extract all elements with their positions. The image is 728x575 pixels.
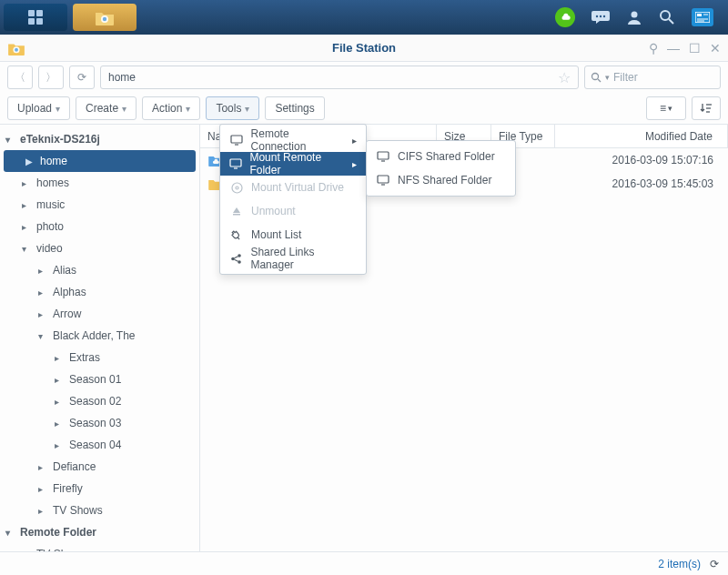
action-toolbar: Upload▾ Create▾ Action▾ Tools▾ Settings … (0, 93, 728, 125)
tree-root[interactable]: ▾eTeknix-DS216j (0, 128, 199, 150)
svg-line-34 (235, 256, 238, 257)
tree-item[interactable]: ▸Extras (0, 347, 199, 368)
favorite-icon[interactable]: ☆ (558, 69, 571, 86)
submenu-cifs[interactable]: CIFS Shared Folder (367, 145, 515, 168)
folder-tree: ▾eTeknix-DS216j ▶home▸homes▸music▸photo▾… (0, 125, 200, 552)
tree-item[interactable]: ▸Alphas (0, 281, 199, 303)
menu-mount-list[interactable]: Mount List (220, 223, 366, 247)
search-icon[interactable] (659, 9, 675, 25)
app-icon (7, 41, 25, 55)
action-button[interactable]: Action▾ (142, 96, 200, 120)
tree-item[interactable]: ▸homes (0, 172, 199, 194)
status-bar: 2 item(s) ⟳ (0, 551, 728, 575)
nav-toolbar: 〈 〉 ⟳ home ☆ ▾ Filter (0, 62, 728, 93)
svg-point-5 (103, 17, 106, 21)
widget-icon[interactable] (692, 8, 713, 26)
svg-point-6 (596, 15, 598, 17)
tree-item[interactable]: ▸Alias (0, 259, 199, 281)
user-icon[interactable] (626, 9, 642, 25)
tree-item[interactable]: ▸Season 04 (0, 434, 199, 456)
tree-item[interactable]: ▶home (4, 150, 196, 172)
tree-item[interactable]: ▸TV Shows (0, 499, 199, 521)
svg-point-32 (238, 254, 241, 257)
col-date[interactable]: Modified Date (555, 125, 728, 147)
monitor-icon (229, 158, 242, 169)
tree-remote-root[interactable]: ▾Remote Folder (0, 521, 199, 543)
svg-point-28 (232, 183, 242, 193)
svg-line-11 (669, 19, 673, 24)
monitor-icon (229, 135, 244, 146)
svg-point-18 (15, 47, 18, 51)
forward-button[interactable]: 〉 (38, 66, 64, 89)
menu-remote-connection[interactable]: Remote Connection ▸ (220, 128, 366, 152)
maximize-icon[interactable]: ☐ (689, 41, 701, 55)
svg-rect-1 (36, 10, 43, 16)
svg-rect-24 (231, 136, 242, 143)
apps-launcher[interactable] (4, 4, 67, 31)
file-station-taskbar-icon[interactable] (73, 4, 136, 31)
address-path: home (108, 71, 136, 84)
svg-rect-30 (233, 214, 240, 216)
tree-item[interactable]: ▸music (0, 194, 199, 216)
item-count: 2 item(s) (658, 558, 701, 570)
upload-button[interactable]: Upload▾ (7, 96, 70, 120)
chat-icon[interactable] (592, 9, 610, 25)
svg-point-7 (600, 15, 602, 17)
status-refresh-icon[interactable]: ⟳ (710, 558, 719, 570)
svg-point-29 (236, 187, 238, 189)
svg-rect-0 (28, 10, 35, 16)
address-bar[interactable]: home ☆ (100, 66, 579, 89)
minimize-icon[interactable]: — (667, 41, 680, 55)
pin-icon[interactable]: ⚲ (649, 41, 658, 55)
svg-rect-3 (36, 18, 43, 25)
os-taskbar (0, 0, 728, 35)
filter-input[interactable]: ▾ Filter (584, 66, 721, 89)
tree-item[interactable]: ▸Firefly (0, 478, 199, 499)
window-titlebar: File Station ⚲ — ☐ ✕ (0, 35, 728, 62)
tree-item[interactable]: ▾Black Adder, The (0, 325, 199, 347)
settings-button[interactable]: Settings (265, 96, 324, 120)
sort-button[interactable] (692, 96, 721, 120)
monitor-icon (376, 151, 390, 162)
svg-rect-38 (378, 176, 389, 183)
monitor-icon (376, 175, 390, 186)
tree-item[interactable]: ▸Defiance (0, 456, 199, 478)
svg-point-19 (592, 74, 599, 80)
tree-item[interactable]: ▾video (0, 237, 199, 259)
back-button[interactable]: 〈 (7, 66, 33, 89)
menu-unmount: Unmount (220, 199, 366, 223)
tree-item[interactable]: ▸Season 01 (0, 368, 199, 390)
mount-remote-submenu: CIFS Shared Folder NFS Shared Folder (366, 140, 516, 197)
svg-line-35 (235, 259, 238, 261)
svg-rect-36 (378, 152, 389, 159)
share-icon (229, 253, 243, 265)
svg-point-10 (661, 11, 670, 20)
svg-point-31 (231, 257, 235, 260)
svg-point-33 (238, 260, 241, 264)
tree-item[interactable]: ▸Season 02 (0, 390, 199, 412)
menu-shared-links[interactable]: Shared Links Manager (220, 247, 366, 270)
tree-item[interactable]: ▸photo (0, 216, 199, 237)
close-icon[interactable]: ✕ (710, 41, 721, 55)
svg-point-8 (603, 15, 605, 17)
menu-mount-virtual: Mount Virtual Drive (220, 176, 366, 199)
reload-button[interactable]: ⟳ (69, 66, 95, 89)
svg-rect-26 (230, 159, 241, 166)
tree-item[interactable]: ▸Arrow (0, 303, 199, 325)
plug-icon (229, 229, 244, 240)
svg-line-20 (598, 79, 601, 82)
eject-icon (229, 206, 244, 217)
submenu-nfs[interactable]: NFS Shared Folder (367, 168, 515, 192)
menu-mount-remote[interactable]: Mount Remote Folder ▸ (220, 152, 366, 176)
disc-icon (229, 182, 244, 194)
filter-placeholder: Filter (613, 71, 638, 84)
create-button[interactable]: Create▾ (76, 96, 136, 120)
tools-menu: Remote Connection ▸ Mount Remote Folder … (219, 124, 367, 275)
window-title: File Station (0, 41, 728, 55)
svg-point-9 (632, 12, 638, 18)
tree-item[interactable]: ▸Season 03 (0, 412, 199, 434)
tools-button[interactable]: Tools▾ (206, 96, 259, 120)
svg-rect-13 (697, 14, 702, 16)
cloud-status-icon[interactable] (555, 7, 575, 27)
view-mode-button[interactable]: ≡▾ (646, 96, 686, 120)
